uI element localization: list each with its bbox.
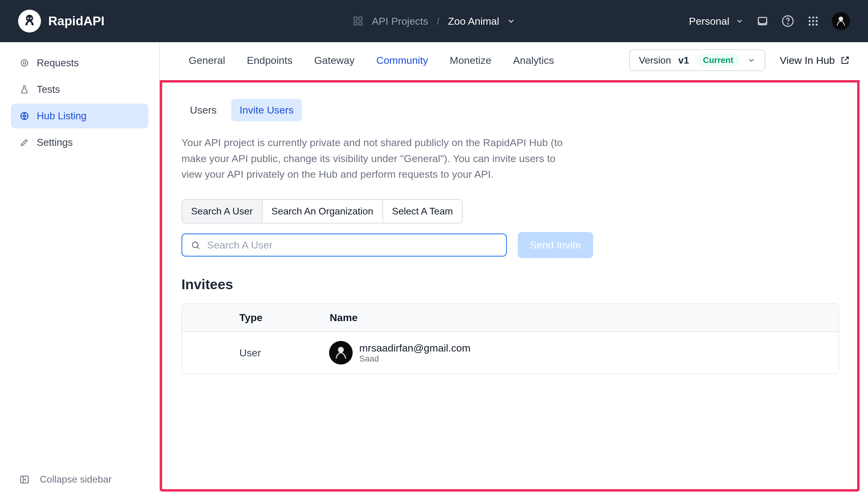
seg-select-team[interactable]: Select A Team	[383, 200, 462, 223]
invitees-table: Type Name User mrsaadirfan@gmail.com Saa…	[181, 303, 839, 374]
collapse-icon	[19, 474, 30, 484]
invitee-info: mrsaadirfan@gmail.com Saad	[359, 342, 470, 364]
svg-rect-3	[354, 17, 357, 20]
tab-analytics[interactable]: Analytics	[513, 52, 554, 69]
sidebar-item-requests[interactable]: Requests	[11, 51, 148, 75]
table-row: User mrsaadirfan@gmail.com Saad	[182, 332, 838, 374]
globe-icon	[19, 111, 30, 121]
workspace-label: Personal	[689, 15, 730, 27]
svg-point-14	[816, 20, 818, 22]
tab-gateway[interactable]: Gateway	[314, 52, 354, 69]
apps-grid-icon[interactable]	[807, 15, 820, 28]
search-box[interactable]	[181, 233, 507, 256]
sidebar-item-label: Tests	[37, 84, 60, 95]
chevron-down-icon	[735, 17, 744, 25]
view-in-hub-label: View In Hub	[780, 55, 835, 66]
brand-logo[interactable]	[18, 10, 41, 33]
brand-name[interactable]: RapidAPI	[48, 14, 105, 28]
help-icon[interactable]	[781, 15, 794, 28]
svg-point-24	[192, 242, 198, 248]
logo-icon	[21, 13, 38, 30]
sidebar-items: Requests Tests Hub Listing Settings	[0, 51, 159, 465]
external-link-icon	[840, 55, 850, 65]
collapse-sidebar-button[interactable]: Collapse sidebar	[0, 465, 159, 494]
header-right: Personal	[689, 12, 850, 30]
svg-point-2	[30, 17, 32, 19]
svg-point-16	[812, 23, 814, 25]
invitee-name: Saad	[359, 354, 470, 364]
sub-tab-users[interactable]: Users	[181, 99, 225, 121]
cell-type: User	[182, 347, 273, 359]
version-selector[interactable]: Version v1 Current	[629, 50, 765, 71]
svg-point-17	[816, 23, 818, 25]
cell-name: mrsaadirfan@gmail.com Saad	[273, 341, 838, 364]
sidebar-item-label: Settings	[37, 137, 73, 148]
main-tabs: General Endpoints Gateway Community Mone…	[189, 52, 554, 69]
col-header-name: Name	[273, 312, 838, 324]
inbox-icon[interactable]	[756, 15, 769, 28]
seg-search-user[interactable]: Search A User	[182, 200, 262, 223]
svg-point-11	[816, 17, 818, 19]
svg-point-19	[839, 17, 843, 21]
main: General Endpoints Gateway Community Mone…	[160, 42, 868, 494]
version-prefix: Version	[639, 55, 671, 66]
breadcrumb-root[interactable]: API Projects	[372, 15, 428, 27]
search-input[interactable]	[207, 239, 498, 251]
breadcrumb-current-label: Zoo Animal	[448, 15, 499, 27]
svg-point-12	[809, 20, 811, 22]
svg-point-9	[809, 17, 811, 19]
workspace-selector[interactable]: Personal	[689, 15, 744, 27]
search-icon	[191, 240, 200, 250]
pencil-icon	[19, 137, 30, 148]
view-in-hub-link[interactable]: View In Hub	[780, 55, 850, 66]
invitee-email: mrsaadirfan@gmail.com	[359, 342, 470, 354]
search-row: Send Invite	[181, 232, 839, 258]
version-badge: Current	[696, 54, 740, 66]
sidebar-item-label: Requests	[37, 57, 79, 69]
sidebar-item-settings[interactable]: Settings	[11, 130, 148, 155]
header-left: RapidAPI	[18, 10, 105, 33]
svg-point-10	[812, 17, 814, 19]
top-header: RapidAPI API Projects / Zoo Animal Perso…	[0, 0, 868, 42]
svg-point-21	[23, 62, 25, 64]
svg-rect-4	[359, 17, 362, 20]
tab-community[interactable]: Community	[376, 52, 428, 69]
invite-description: Your API project is currently private an…	[181, 135, 573, 182]
tab-monetize[interactable]: Monetize	[450, 52, 491, 69]
seg-search-org[interactable]: Search An Organization	[262, 200, 383, 223]
svg-point-20	[21, 60, 27, 66]
col-header-type: Type	[182, 312, 273, 324]
sidebar-item-tests[interactable]: Tests	[11, 77, 148, 102]
chevron-down-icon	[506, 17, 515, 25]
search-mode-segment: Search A User Search An Organization Sel…	[181, 199, 463, 224]
svg-point-26	[338, 347, 344, 353]
table-header: Type Name	[182, 304, 838, 332]
breadcrumb-current[interactable]: Zoo Animal	[448, 15, 515, 27]
invitees-title: Invitees	[181, 276, 839, 292]
invitee-avatar	[329, 341, 353, 364]
chevron-down-icon	[747, 56, 756, 64]
breadcrumb-separator: /	[437, 15, 439, 27]
user-avatar[interactable]	[832, 12, 850, 30]
svg-point-15	[809, 23, 811, 25]
breadcrumb: API Projects / Zoo Animal	[353, 15, 516, 27]
svg-point-8	[788, 23, 788, 24]
svg-rect-5	[354, 22, 357, 25]
send-invite-button[interactable]: Send Invite	[518, 232, 593, 258]
tab-bar: General Endpoints Gateway Community Mone…	[160, 42, 868, 80]
sidebar-item-hub-listing[interactable]: Hub Listing	[11, 103, 148, 128]
svg-point-13	[812, 20, 814, 22]
sub-tab-invite-users[interactable]: Invite Users	[231, 99, 302, 121]
community-sub-tabs: Users Invite Users	[181, 99, 839, 121]
tab-endpoints[interactable]: Endpoints	[247, 52, 292, 69]
tab-general[interactable]: General	[189, 52, 225, 69]
sidebar: Requests Tests Hub Listing Settings	[0, 42, 160, 494]
tabs-right: Version v1 Current View In Hub	[629, 50, 850, 71]
grid-icon	[353, 16, 364, 26]
sidebar-item-label: Hub Listing	[37, 110, 87, 122]
community-panel: Users Invite Users Your API project is c…	[160, 80, 860, 492]
svg-rect-6	[359, 22, 362, 25]
layout: Requests Tests Hub Listing Settings	[0, 42, 868, 494]
version-value: v1	[679, 55, 689, 66]
flask-icon	[19, 84, 30, 95]
